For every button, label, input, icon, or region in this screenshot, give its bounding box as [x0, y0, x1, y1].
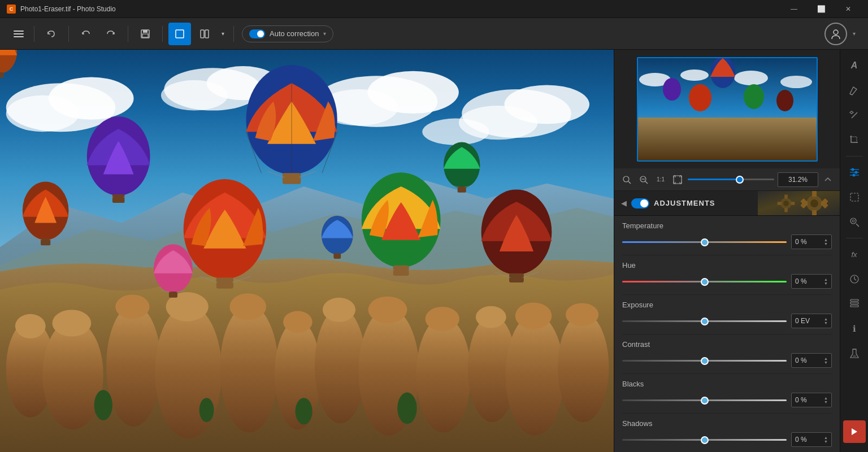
svg-point-42	[506, 314, 564, 436]
auto-correction-dropdown[interactable]: ▾	[323, 31, 326, 37]
exposure-value[interactable]: 0 EV ▲▼	[791, 314, 832, 328]
hue-controls: 0 % ▲▼	[622, 274, 832, 289]
contrast-label: Contrast	[622, 340, 832, 349]
redo-forward-button[interactable]	[99, 23, 122, 45]
temperature-slider[interactable]	[622, 241, 787, 243]
exposure-thumb[interactable]	[701, 318, 709, 325]
shadows-slider[interactable]	[622, 439, 787, 441]
svg-rect-121	[791, 202, 795, 205]
blacks-slider[interactable]	[622, 399, 787, 401]
divider-2	[846, 238, 863, 238]
svg-rect-86	[0, 72, 3, 78]
svg-point-43	[515, 302, 552, 329]
hue-spinner[interactable]: ▲▼	[824, 277, 828, 285]
text-tool-icon[interactable]: A	[843, 54, 866, 77]
play-button[interactable]	[843, 420, 866, 443]
svg-point-39	[426, 307, 459, 331]
shadows-spinner[interactable]: ▲▼	[824, 436, 828, 444]
history-icon[interactable]	[843, 268, 866, 290]
svg-rect-143	[850, 305, 858, 307]
hue-value[interactable]: 0 % ▲▼	[791, 274, 832, 289]
maximize-button[interactable]: ⬜	[808, 0, 834, 18]
thumbnail-image[interactable]	[637, 57, 818, 162]
view-split-button[interactable]	[193, 23, 216, 45]
close-button[interactable]: ✕	[835, 0, 861, 18]
auto-correction-button[interactable]: Auto correction ▾	[242, 25, 333, 42]
window-controls: — ⬜ ✕	[781, 0, 861, 18]
svg-point-118	[783, 201, 789, 206]
minimize-button[interactable]: —	[781, 0, 807, 18]
blacks-thumb[interactable]	[701, 397, 709, 405]
panel-collapse-button[interactable]	[822, 173, 834, 186]
svg-point-33	[283, 311, 313, 333]
view-single-button[interactable]	[168, 23, 191, 45]
selection-tool-icon[interactable]	[843, 186, 866, 208]
crop-tool-icon[interactable]	[843, 129, 866, 151]
hue-thumb[interactable]	[701, 278, 709, 286]
user-profile-button[interactable]	[824, 23, 847, 45]
canvas-area[interactable]	[0, 50, 614, 452]
save-button[interactable]	[134, 23, 157, 45]
zoom-fit-button[interactable]	[620, 173, 633, 186]
magic-wand-icon[interactable]	[843, 104, 866, 127]
zoom-out-button[interactable]	[637, 173, 650, 186]
contrast-value[interactable]: 0 % ▲▼	[791, 353, 832, 368]
svg-rect-58	[112, 194, 125, 203]
svg-rect-110	[812, 210, 817, 216]
info-icon[interactable]: ℹ	[843, 318, 866, 340]
adjustments-tool-icon[interactable]	[843, 161, 866, 184]
zoom-value[interactable]: 31.2%	[778, 172, 818, 187]
svg-rect-62	[41, 238, 50, 245]
redo-back-button[interactable]	[75, 23, 97, 45]
blacks-row: Blacks 0 % ▲▼	[622, 374, 832, 414]
effects-icon[interactable]: fx	[843, 243, 866, 266]
temperature-value[interactable]: 0 % ▲▼	[791, 234, 832, 249]
auto-correction-toggle[interactable]	[249, 29, 265, 38]
erase-tool-icon[interactable]	[843, 79, 866, 102]
blacks-value[interactable]: 0 % ▲▼	[791, 393, 832, 407]
zoom-fit-window-button[interactable]	[671, 173, 684, 186]
svg-point-23	[15, 314, 46, 338]
contrast-spinner[interactable]: ▲▼	[824, 357, 828, 364]
layers-icon[interactable]	[843, 293, 866, 315]
exposure-controls: 0 EV ▲▼	[622, 314, 832, 328]
undo-button[interactable]	[40, 23, 63, 45]
hue-slider[interactable]	[622, 281, 787, 282]
contrast-thumb[interactable]	[701, 357, 709, 365]
svg-point-41	[476, 306, 506, 328]
temperature-spinner[interactable]: ▲▼	[824, 238, 828, 246]
svg-rect-109	[812, 191, 817, 197]
expand-arrow-icon[interactable]: ◀	[621, 199, 627, 207]
zoom-100-button[interactable]: 1:1	[654, 173, 667, 186]
shadows-thumb[interactable]	[701, 436, 709, 444]
menu-button[interactable]	[9, 26, 28, 42]
lab-icon[interactable]	[843, 342, 866, 365]
gear-decoration	[758, 191, 840, 215]
svg-point-44	[558, 313, 609, 423]
contrast-controls: 0 % ▲▼	[622, 353, 832, 368]
temperature-row: Temperature 0 % ▲▼	[622, 216, 832, 255]
svg-point-25	[52, 310, 91, 336]
svg-rect-5	[205, 30, 209, 38]
adjustments-header[interactable]: ◀ ADJUSTMENTS	[614, 191, 840, 216]
blacks-spinner[interactable]: ▲▼	[824, 396, 828, 404]
adjustments-toggle[interactable]	[631, 198, 649, 208]
contrast-row: Contrast 0 % ▲▼	[622, 334, 832, 374]
thumbnail-area	[614, 50, 840, 168]
view-dropdown-button[interactable]: ▾	[218, 23, 228, 45]
svg-line-101	[628, 181, 631, 184]
clone-tool-icon[interactable]	[843, 211, 866, 233]
exposure-slider[interactable]	[622, 320, 787, 322]
shadows-row: Shadows 0 % ▲▼	[622, 414, 832, 452]
contrast-slider[interactable]	[622, 360, 787, 362]
user-dropdown-button[interactable]: ▾	[849, 23, 859, 45]
shadows-value[interactable]: 0 % ▲▼	[791, 432, 832, 447]
svg-point-92	[680, 69, 709, 81]
exposure-spinner[interactable]: ▲▼	[824, 317, 828, 325]
temperature-thumb[interactable]	[701, 238, 709, 246]
svg-point-38	[416, 317, 471, 432]
zoom-slider[interactable]	[688, 179, 774, 180]
blacks-label: Blacks	[622, 380, 832, 388]
app-icon: C	[7, 5, 16, 14]
svg-rect-119	[784, 194, 788, 198]
